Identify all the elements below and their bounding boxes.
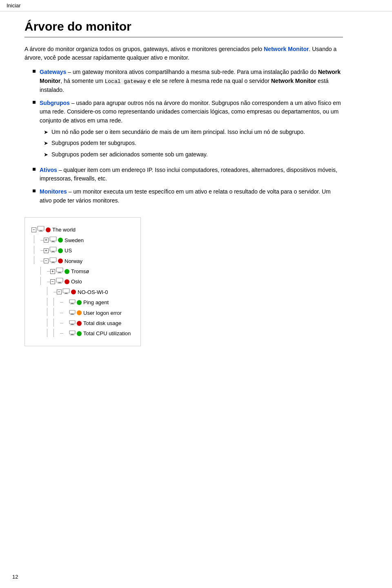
sub-bullet-3: ➤ Subgrupos podem ser adicionados soment… (44, 150, 343, 159)
status-badge-no-os-wi-0 (71, 290, 76, 294)
expand-icon-us[interactable]: + (44, 248, 49, 253)
tree-node-ping-agent: Ping agent (31, 298, 131, 307)
tree-label-no-os-wi-0: NO-OS-WI-0 (78, 287, 108, 297)
arrow-icon-1: ➤ (44, 128, 48, 136)
bullet-ativos: Ativos – qualquer item com um endereço I… (33, 166, 343, 183)
svg-rect-2 (39, 231, 43, 232)
svg-rect-32 (70, 335, 74, 335)
dash-gateways: – (66, 69, 73, 75)
bullet-subgrupos-content: Subgrupos – usado para agrupar outros nó… (40, 99, 343, 162)
arrow-icon-3: ➤ (44, 151, 48, 159)
tree-label-total-cpu: Total CPU utilization (83, 329, 131, 338)
text-subgrupos: usado para agrupar outros nós na árvore … (40, 100, 341, 124)
tree-node-tromso: + Tromsø (31, 267, 131, 276)
status-badge-user-logon-error (77, 310, 82, 315)
sub-bullet-text-3: Subgrupos podem ser adicionados somente … (51, 150, 208, 159)
expand-icon-tromso[interactable]: + (50, 269, 55, 274)
arrow-icon-2: ➤ (44, 139, 48, 147)
bullet-gateways-content: Gateways – um gateway monitora ativos co… (40, 68, 343, 95)
svg-rect-25 (71, 314, 74, 314)
expand-icon-norway[interactable]: − (44, 258, 49, 263)
svg-rect-27 (69, 321, 75, 324)
intro-paragraph: A árvore do monitor organiza todos os gr… (24, 45, 343, 62)
node-icon-user-logon-error (69, 308, 76, 318)
svg-rect-1 (40, 230, 42, 231)
node-icon-total-disk-usage (69, 318, 76, 328)
page-number: 12 (12, 574, 18, 580)
svg-rect-23 (70, 304, 74, 304)
node-icon-world (37, 225, 45, 234)
text-monitores: um monitor executa um teste específico e… (40, 188, 331, 204)
network-monitor-link-1[interactable]: Network Monitor (264, 46, 309, 52)
tree-node-us: + US (31, 246, 131, 255)
node-icon-sweden (49, 236, 57, 245)
tree-label-norway: Norway (65, 256, 82, 266)
node-icon-ping-agent (69, 298, 76, 307)
svg-rect-15 (56, 278, 63, 282)
dash-monitores: – (67, 188, 74, 195)
expand-icon-world[interactable]: − (31, 227, 36, 232)
svg-rect-3 (50, 237, 56, 241)
svg-rect-24 (69, 310, 75, 314)
expand-icon-sweden[interactable]: + (44, 238, 49, 243)
term-network-monitor-gateways-2: Network Monitor (271, 78, 316, 84)
tree-node-total-disk-usage: Total disk usage (31, 318, 131, 328)
bullet-icon-ativos (33, 168, 36, 171)
bullet-ativos-content: Ativos – qualquer item com um endereço I… (40, 166, 343, 183)
node-icon-oslo (56, 277, 63, 286)
status-badge-tromso (65, 269, 69, 274)
svg-rect-13 (58, 272, 61, 273)
bullet-monitores: Monitores – um monitor executa um teste … (33, 187, 343, 205)
tree-label-sweden: Sweden (65, 236, 84, 245)
expand-icon-oslo[interactable]: − (50, 279, 55, 284)
svg-rect-17 (58, 283, 62, 283)
tree-node-oslo: − Oslo (31, 277, 131, 286)
code-local-gateway: Local gateway (105, 78, 146, 85)
node-icon-no-os-wi-0 (62, 287, 70, 297)
svg-rect-16 (58, 282, 61, 283)
status-badge-total-disk-usage (77, 321, 82, 326)
tree-label-ping-agent: Ping agent (83, 298, 109, 307)
svg-rect-10 (52, 262, 54, 263)
dash-ativos: – (57, 167, 64, 173)
tree-node-total-cpu: Total CPU utilization (31, 329, 131, 338)
svg-rect-9 (50, 258, 56, 262)
status-badge-total-cpu (77, 331, 82, 336)
svg-rect-0 (38, 226, 44, 230)
bullet-gateways: Gateways – um gateway monitora ativos co… (33, 68, 343, 95)
sub-bullet-text-2: Subgrupos podem ter subgrupos. (51, 139, 136, 148)
text-gateways-1: um gateway monitora ativos compartilhand… (73, 69, 318, 75)
tree-label-world: The world (52, 225, 76, 234)
svg-rect-4 (52, 241, 54, 242)
svg-rect-30 (69, 331, 75, 334)
svg-rect-22 (71, 303, 74, 304)
tree-label-oslo: Oslo (71, 277, 82, 286)
term-gateways: Gateways (40, 69, 66, 75)
sub-bullet-2: ➤ Subgrupos podem ter subgrupos. (44, 139, 343, 148)
intro-text-1: A árvore do monitor organiza todos os gr… (24, 46, 264, 52)
node-icon-total-cpu (69, 329, 76, 338)
bullet-section: Gateways – um gateway monitora ativos co… (24, 68, 343, 205)
term-monitores: Monitores (40, 188, 67, 195)
status-badge-sweden (58, 238, 63, 243)
sub-bullet-1: ➤ Um nó não pode ser o item secundário d… (44, 128, 343, 137)
node-icon-tromso (56, 267, 63, 276)
expand-icon-no-os-wi-0[interactable]: − (57, 290, 62, 294)
svg-rect-7 (52, 251, 54, 252)
tree-label-user-logon-error: User logon error (83, 308, 122, 318)
tree-node-norway: − Norway (31, 256, 131, 266)
status-badge-world (46, 227, 51, 232)
svg-rect-11 (51, 263, 55, 263)
bullet-icon-monitores (33, 189, 36, 192)
page-content: Árvore do monitor A árvore do monitor or… (0, 11, 368, 371)
svg-rect-14 (58, 273, 62, 273)
bullet-subgrupos: Subgrupos – usado para agrupar outros nó… (33, 99, 343, 162)
subgrupos-sub-bullets: ➤ Um nó não pode ser o item secundário d… (40, 128, 343, 159)
nav-iniciar-link[interactable]: Iniciar (7, 2, 21, 9)
top-navigation: Iniciar (0, 0, 392, 11)
status-badge-oslo (65, 279, 69, 284)
svg-rect-26 (70, 314, 74, 315)
tree-label-total-disk-usage: Total disk usage (83, 318, 121, 328)
svg-rect-21 (69, 300, 75, 303)
svg-rect-20 (64, 294, 68, 294)
